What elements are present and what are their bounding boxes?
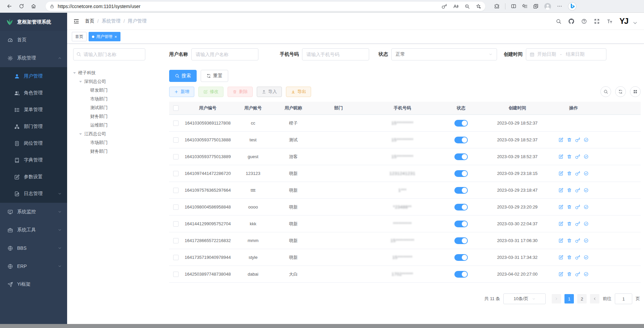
more-menu-icon[interactable] [557,3,562,9]
reset-password-icon[interactable] [575,154,580,159]
sidebar-item-system-management[interactable]: 系统管理 [0,49,67,67]
delete-row-icon[interactable] [567,188,572,193]
reset-button[interactable]: 重置 [201,70,228,82]
sidebar-item-system-tools[interactable]: 系统工具 [0,221,67,239]
delete-button[interactable]: 删除 [228,87,253,97]
add-favorite-icon[interactable] [476,4,481,9]
delete-row-icon[interactable] [567,272,572,277]
tree-node[interactable]: 运维部门 [73,121,164,130]
reset-password-icon[interactable] [575,204,580,209]
tree-node[interactable]: 研发部门 [73,86,164,95]
phone-input[interactable] [302,48,369,60]
date-range-picker[interactable]: 开始日期 - 结束日期 [526,48,606,60]
app-logo[interactable]: 意框架管理系统 [0,13,67,31]
row-checkbox[interactable] [173,137,179,143]
export-button[interactable]: 导出 [286,87,311,97]
read-aloud-icon[interactable] [453,4,458,9]
status-toggle[interactable] [454,221,468,227]
assign-role-icon[interactable] [584,221,589,226]
edit-row-icon[interactable] [558,221,563,226]
github-icon[interactable] [568,18,574,24]
status-toggle[interactable] [454,170,468,177]
status-toggle[interactable] [454,204,468,210]
delete-row-icon[interactable] [567,154,572,159]
row-checkbox[interactable] [173,255,179,260]
assign-role-icon[interactable] [584,204,589,209]
edit-row-icon[interactable] [558,137,563,142]
assign-role-icon[interactable] [584,188,589,193]
browser-home-button[interactable] [29,2,38,11]
assign-role-icon[interactable] [584,154,589,159]
edit-row-icon[interactable] [558,272,563,277]
edit-row-icon[interactable] [558,188,563,193]
address-bar[interactable]: https://ccnetcore.com:1101/system/user [46,2,485,11]
sidebar-item-dept-management[interactable]: 部门管理 [0,118,67,135]
search-button[interactable]: 搜索 [169,70,197,82]
sidebar-item-dict-management[interactable]: 字典管理 [0,152,67,169]
status-toggle[interactable] [454,153,468,160]
split-screen-icon[interactable] [511,3,516,9]
tab-user-management[interactable]: 用户管理× [89,32,120,41]
refresh-table-button[interactable] [615,86,626,97]
username-input[interactable] [191,48,258,60]
delete-row-icon[interactable] [567,171,572,176]
close-icon[interactable]: × [114,35,117,39]
row-checkbox[interactable] [173,238,179,243]
extensions-icon[interactable] [494,3,500,9]
tab-home[interactable]: 首页 [72,32,87,41]
status-toggle[interactable] [454,271,468,278]
tree-node[interactable]: 市场部门 [73,95,164,103]
reset-password-icon[interactable] [575,188,580,193]
status-toggle[interactable] [454,237,468,244]
status-toggle[interactable] [454,254,468,261]
tree-caret-icon[interactable] [79,81,82,84]
collections-icon[interactable] [533,3,539,9]
page-button-1[interactable]: 1 [564,294,574,303]
edit-row-icon[interactable] [558,238,563,243]
row-checkbox[interactable] [173,188,179,193]
sidebar-item-param-settings[interactable]: 参数设置 [0,169,67,185]
tree-node[interactable]: 深圳总公司 [73,77,164,86]
row-checkbox[interactable] [173,272,179,277]
tree-node[interactable]: 橙子科技 [73,68,164,77]
next-page-button[interactable] [590,294,599,303]
edit-row-icon[interactable] [558,204,563,209]
zoom-out-icon[interactable] [464,4,470,9]
status-toggle[interactable] [454,120,468,127]
reset-password-icon[interactable] [575,238,580,243]
goto-page-input[interactable] [615,293,632,304]
profile-avatar[interactable] [544,3,551,10]
tree-node[interactable]: 财务部门 [73,147,164,156]
favorites-bar-icon[interactable] [522,3,528,9]
reset-password-icon[interactable] [575,137,580,142]
reset-password-icon[interactable] [575,272,580,277]
department-search-input[interactable] [73,48,145,60]
row-checkbox[interactable] [173,154,179,159]
assign-role-icon[interactable] [584,272,589,277]
status-toggle[interactable] [454,137,468,143]
font-size-icon[interactable] [607,18,612,24]
sidebar-item-menu-management[interactable]: 菜单管理 [0,101,67,118]
edit-row-icon[interactable] [558,154,563,159]
row-checkbox[interactable] [173,221,179,227]
row-checkbox[interactable] [173,171,179,176]
sidebar-item-role-management[interactable]: 角色管理 [0,85,67,101]
assign-role-icon[interactable] [584,255,589,260]
row-checkbox[interactable] [173,204,179,210]
prev-page-button[interactable] [552,294,561,303]
user-avatar[interactable]: YJ [620,17,628,25]
add-button[interactable]: 新增 [169,87,194,97]
sidebar-item-log-management[interactable]: 日志管理 [0,185,67,202]
delete-row-icon[interactable] [567,221,572,226]
sidebar-item-home[interactable]: 首页 [0,31,67,49]
browser-back-button[interactable] [5,2,14,11]
assign-role-icon[interactable] [584,137,589,142]
column-settings-button[interactable] [630,86,641,97]
assign-role-icon[interactable] [584,238,589,243]
browser-refresh-button[interactable] [17,2,26,11]
sidebar-item-system-monitor[interactable]: 系统监控 [0,203,67,221]
edit-row-icon[interactable] [558,255,563,260]
sidebar-item-bbs[interactable]: BBS [0,239,67,257]
reset-password-icon[interactable] [575,255,580,260]
delete-row-icon[interactable] [567,204,572,209]
